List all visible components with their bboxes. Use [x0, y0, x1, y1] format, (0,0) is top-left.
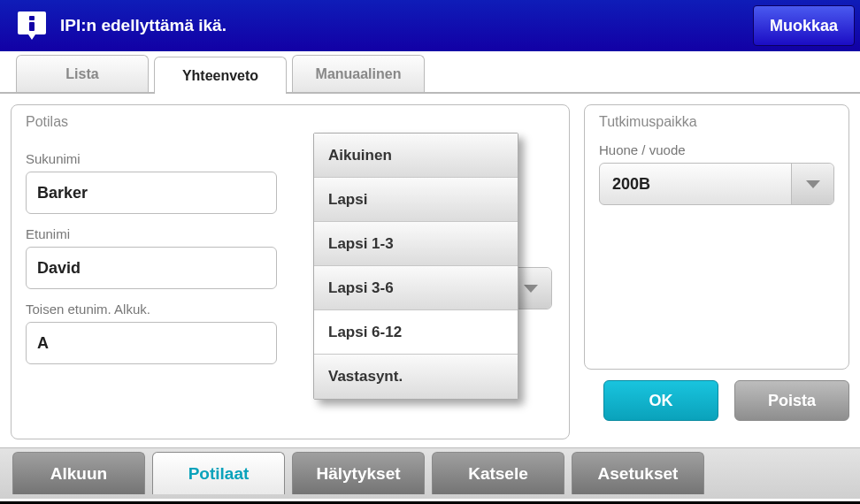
age-option-lapsi-3-6[interactable]: Lapsi 3-6	[314, 266, 518, 310]
patient-panel-title: Potilas	[26, 114, 277, 130]
midinit-field[interactable]: A	[26, 322, 277, 364]
lastname-field[interactable]: Barker	[26, 172, 277, 214]
tab-yhteenveto[interactable]: Yhteenveto	[154, 57, 287, 94]
age-option-lapsi[interactable]: Lapsi	[314, 178, 518, 222]
delete-button[interactable]: Poista	[734, 380, 849, 421]
room-value: 200B	[612, 175, 650, 194]
nav-asetukset[interactable]: Asetukset	[572, 452, 704, 494]
ok-button[interactable]: OK	[603, 380, 718, 421]
lastname-label: Sukunimi	[26, 151, 277, 166]
page-title: IPI:n edellyttämä ikä.	[60, 16, 227, 35]
room-label: Huone / vuode	[599, 142, 834, 157]
tab-lista[interactable]: Lista	[16, 55, 149, 92]
age-option-lapsi-1-3[interactable]: Lapsi 1-3	[314, 222, 518, 266]
tab-manuaalinen[interactable]: Manuaalinen	[292, 55, 425, 92]
age-dropdown: Aikuinen Lapsi Lapsi 1-3 Lapsi 3-6 Lapsi…	[313, 133, 518, 400]
app-header: IPI:n edellyttämä ikä. Muokkaa	[0, 0, 860, 51]
svg-rect-0	[29, 16, 35, 20]
svg-rect-1	[29, 22, 35, 31]
nav-alkuun[interactable]: Alkuun	[12, 452, 145, 494]
edit-button[interactable]: Muokkaa	[753, 5, 855, 46]
tab-strip: Lista Yhteenveto Manuaalinen	[0, 51, 860, 94]
action-row: OK Poista	[584, 380, 849, 421]
nav-halytykset[interactable]: Hälytykset	[292, 452, 425, 494]
site-panel-title: Tutkimuspaikka	[599, 114, 834, 130]
age-option-aikuinen[interactable]: Aikuinen	[314, 134, 518, 178]
info-icon	[16, 10, 48, 42]
age-option-lapsi-6-12[interactable]: Lapsi 6-12	[314, 310, 518, 355]
room-select[interactable]: 200B	[599, 163, 834, 205]
bottom-nav: Alkuun Potilaat Hälytykset Katsele Asetu…	[0, 447, 860, 499]
nav-katsele[interactable]: Katsele	[432, 452, 564, 494]
firstname-label: Etunimi	[26, 226, 277, 241]
firstname-field[interactable]: David	[26, 247, 277, 289]
nav-potilaat[interactable]: Potilaat	[152, 452, 285, 494]
age-option-vastasynt[interactable]: Vastasynt.	[314, 355, 518, 399]
chevron-down-icon	[791, 164, 833, 204]
midinit-label: Toisen etunim. Alkuk.	[26, 302, 277, 317]
site-panel: Tutkimuspaikka Huone / vuode 200B	[584, 104, 849, 370]
